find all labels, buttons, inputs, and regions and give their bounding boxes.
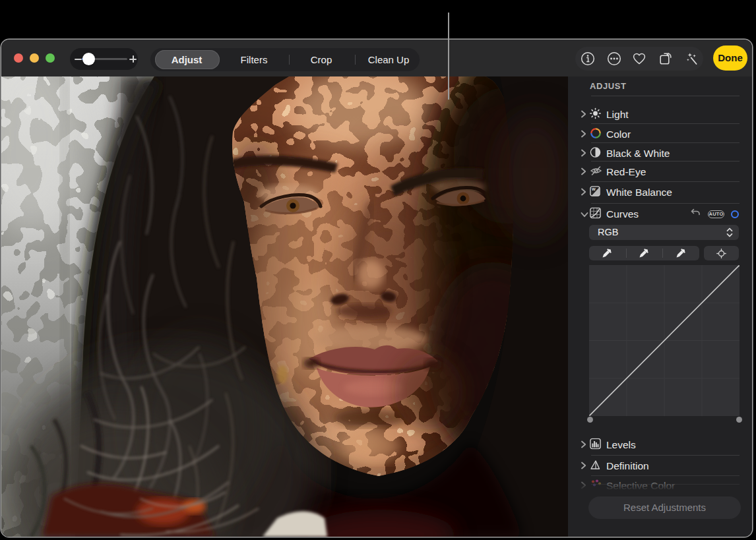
svg-text:W: W <box>592 188 596 192</box>
